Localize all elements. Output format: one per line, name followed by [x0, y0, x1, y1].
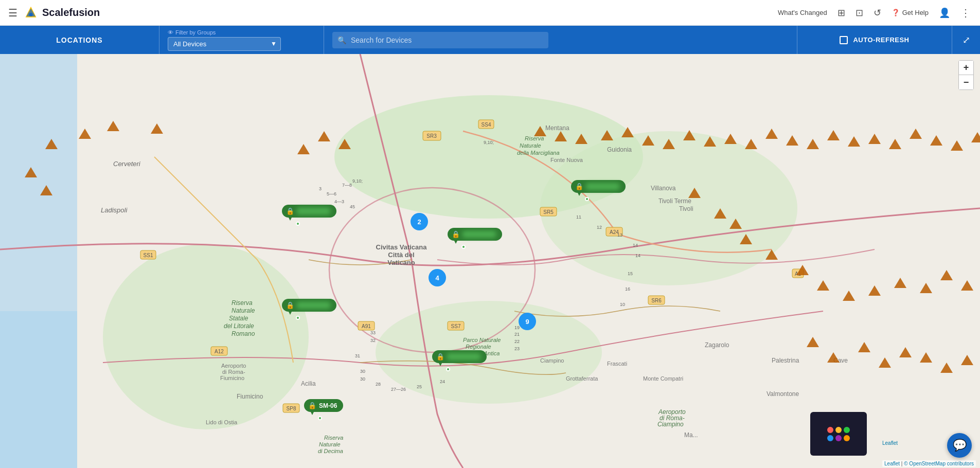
svg-text:12: 12 — [597, 225, 602, 230]
search-section: 🔍 — [324, 26, 797, 54]
svg-text:Lido di Ostia: Lido di Ostia — [206, 419, 238, 425]
svg-text:Naturale: Naturale — [231, 307, 255, 314]
svg-text:31: 31 — [355, 353, 360, 358]
autorefresh-checkbox[interactable] — [840, 36, 848, 44]
device-marker-4[interactable]: 🔒 — [282, 299, 336, 312]
svg-text:30: 30 — [360, 369, 365, 374]
svg-text:SR6: SR6 — [651, 298, 662, 303]
filter-groups-select[interactable]: All Devices — [168, 37, 281, 51]
grid-icon[interactable]: ⊞ — [838, 7, 845, 19]
device-dot-1 — [296, 222, 300, 226]
svg-text:Ladispoli: Ladispoli — [101, 206, 128, 214]
svg-text:Riserva: Riserva — [324, 435, 343, 441]
refresh-icon[interactable]: ↺ — [874, 7, 881, 19]
svg-text:Fonte Nuova: Fonte Nuova — [550, 157, 583, 163]
auto-refresh-toggle[interactable]: AUTO-REFRESH — [797, 36, 952, 44]
svg-text:Regionale: Regionale — [466, 344, 491, 350]
lock-icon: 🔒 — [436, 353, 444, 361]
svg-text:Tivoli: Tivoli — [679, 205, 693, 212]
svg-text:Naturale: Naturale — [319, 441, 341, 447]
zoom-in-button[interactable]: + — [959, 61, 973, 75]
device-dot-5 — [446, 367, 450, 371]
svg-text:Valmontone: Valmontone — [767, 390, 799, 398]
svg-text:22: 22 — [514, 339, 520, 344]
fullscreen-button[interactable]: ⤢ — [952, 26, 980, 54]
popup-dot-orange — [844, 435, 850, 441]
logo-area: Scalefusion — [24, 6, 100, 20]
cluster-2[interactable]: 2 — [411, 213, 428, 230]
popup-dot-yellow — [835, 427, 842, 433]
osm-link[interactable]: © OpenStreetMap contributors — [904, 461, 974, 466]
map-container[interactable]: SR3 SS4 SS1 SS7 A12 A91 A24 SR5 SR6 A1 S… — [0, 54, 980, 468]
device-name-sm06: SM-06 — [319, 402, 337, 409]
device-marker-2[interactable]: 🔒 — [448, 228, 502, 241]
svg-point-7 — [540, 131, 797, 285]
svg-point-8 — [103, 244, 309, 429]
lock-icon: 🔒 — [452, 230, 460, 238]
popup-dot-purple — [835, 435, 842, 441]
nav-right-area: What's Changed ⊞ ⊡ ↺ ❓ Get Help 👤 ⋮ — [778, 7, 972, 19]
account-icon[interactable]: 👤 — [939, 7, 950, 19]
svg-text:14: 14 — [635, 253, 640, 258]
svg-text:Romano: Romano — [231, 330, 255, 337]
svg-text:Città del: Città del — [388, 251, 414, 259]
svg-text:3: 3 — [319, 186, 322, 191]
device-marker-3[interactable]: 🔒 — [571, 180, 626, 193]
svg-text:15: 15 — [628, 271, 633, 276]
svg-text:Leaflet: Leaflet — [882, 440, 898, 446]
svg-text:16: 16 — [625, 286, 630, 292]
device-name-1 — [297, 208, 330, 214]
fullscreen-icon: ⤢ — [963, 34, 970, 46]
help-icon: ❓ — [892, 9, 900, 16]
svg-text:Ma...: Ma... — [684, 431, 698, 439]
device-marker-sm06[interactable]: 🔒 SM-06 — [304, 399, 343, 412]
svg-text:Tivoli Terme: Tivoli Terme — [658, 197, 691, 205]
popup-overlay — [810, 412, 867, 456]
cluster-count-2: 2 — [417, 218, 421, 226]
chat-icon: 💬 — [953, 439, 967, 452]
svg-text:Parco Naturale: Parco Naturale — [463, 337, 501, 343]
svg-text:SS4: SS4 — [482, 122, 491, 128]
cluster-4[interactable]: 4 — [429, 269, 446, 286]
locations-label: LOCATIONS — [0, 26, 159, 54]
search-input[interactable] — [332, 32, 548, 48]
svg-text:Ciampino: Ciampino — [540, 357, 564, 364]
app-title: Scalefusion — [42, 7, 100, 19]
svg-text:Riserva: Riserva — [231, 299, 253, 307]
eye-icon: 👁 — [168, 29, 173, 35]
svg-text:A91: A91 — [362, 323, 371, 329]
lock-icon: 🔒 — [286, 301, 294, 309]
svg-text:SS7: SS7 — [451, 323, 461, 329]
cast-icon[interactable]: ⊡ — [856, 7, 863, 19]
svg-text:della Marcigliana: della Marcigliana — [517, 150, 560, 156]
get-help-link[interactable]: ❓ Get Help — [892, 9, 929, 16]
leaflet-link[interactable]: Leaflet — [884, 461, 900, 466]
svg-text:SS1: SS1 — [144, 253, 153, 258]
chat-button[interactable]: 💬 — [947, 433, 972, 458]
svg-text:14: 14 — [633, 243, 638, 248]
device-marker-5[interactable]: 🔒 — [432, 350, 487, 363]
svg-text:19: 19 — [514, 325, 520, 330]
svg-text:Grottaferrata: Grottaferrata — [566, 375, 598, 382]
whats-changed-link[interactable]: What's Changed — [778, 9, 827, 16]
svg-text:Statale: Statale — [229, 315, 248, 322]
svg-text:Fiumicino: Fiumicino — [220, 375, 244, 381]
top-navigation: ☰ Scalefusion What's Changed ⊞ ⊡ ↺ ❓ Get… — [0, 0, 980, 26]
svg-text:SR5: SR5 — [543, 209, 554, 215]
device-dot-3 — [585, 197, 589, 201]
svg-text:Fiumicino: Fiumicino — [237, 393, 263, 400]
popup-dot-green — [844, 427, 850, 433]
device-marker-1[interactable]: 🔒 — [282, 205, 336, 218]
menu-hamburger-icon[interactable]: ☰ — [8, 7, 17, 19]
map-svg: SR3 SS4 SS1 SS7 A12 A91 A24 SR5 SR6 A1 S… — [0, 54, 980, 468]
popup-dot-blue — [827, 435, 833, 441]
svg-text:Mentana: Mentana — [545, 124, 569, 132]
device-dot-4 — [296, 316, 300, 320]
svg-text:Vaticano: Vaticano — [387, 259, 415, 266]
cluster-9[interactable]: 9 — [519, 313, 536, 330]
svg-text:10: 10 — [620, 302, 625, 307]
svg-text:SP8: SP8 — [287, 406, 296, 411]
more-options-icon[interactable]: ⋮ — [960, 7, 972, 19]
svg-text:Ciampino: Ciampino — [657, 421, 684, 428]
zoom-out-button[interactable]: − — [959, 75, 973, 89]
